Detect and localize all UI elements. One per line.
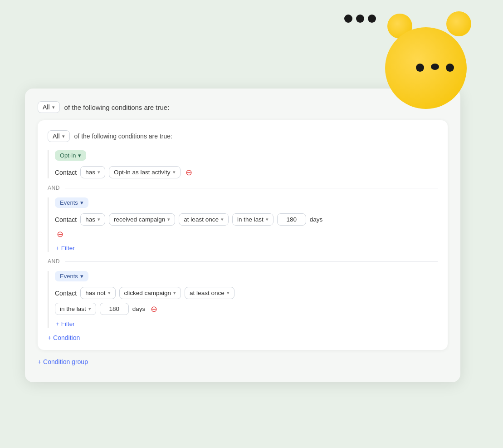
events-badge-label-2: Events <box>60 273 78 280</box>
days-unit-2: days <box>132 305 146 312</box>
dot-2 <box>356 15 364 23</box>
outer-all-dropdown[interactable]: All ▾ <box>38 101 60 113</box>
contact-label-2: Contact <box>55 216 77 223</box>
has-not-dropdown[interactable]: has not ▾ <box>80 287 115 299</box>
event-type-dropdown-2[interactable]: clicked campaign ▾ <box>119 287 181 299</box>
inner-all-label: All <box>53 133 60 140</box>
events-badge-chevron-2: ▾ <box>80 273 83 280</box>
events-badge-1[interactable]: Events ▾ <box>55 197 88 208</box>
and-label-1: AND <box>48 185 60 191</box>
events-badge-label-1: Events <box>60 199 78 206</box>
bear-eye-right <box>446 64 454 72</box>
inner-header-text: of the following conditions are true: <box>74 133 172 140</box>
bear-body <box>385 27 467 109</box>
filter-link-2[interactable]: + Filter <box>56 320 75 327</box>
inner-header: All ▾ of the following conditions are tr… <box>48 130 438 142</box>
frequency-chevron-1: ▾ <box>221 217 224 222</box>
bear-mascot <box>376 9 476 109</box>
period-chevron-2: ▾ <box>88 306 91 312</box>
has-dropdown-2[interactable]: has ▾ <box>80 213 105 226</box>
activity-chevron-1: ▾ <box>173 169 176 175</box>
bear-ear-right <box>446 11 471 36</box>
and-line-1 <box>65 188 438 188</box>
condition-row-3: Contact has not ▾ clicked campaign ▾ at … <box>55 287 438 299</box>
event-type-chevron-2: ▾ <box>173 290 176 296</box>
condition-row-1: Contact has ▾ Opt-in as last activity ▾ … <box>55 166 438 178</box>
bear-eye-left <box>416 64 424 72</box>
condition-group-2: Events ▾ Contact has ▾ received campaign… <box>48 197 438 252</box>
has-dropdown-1[interactable]: has ▾ <box>80 166 105 178</box>
dot-3 <box>368 15 376 23</box>
optin-badge[interactable]: Opt-in ▾ <box>55 150 86 161</box>
outer-chevron-icon: ▾ <box>52 104 55 110</box>
bear-face <box>408 59 462 95</box>
and-label-2: AND <box>48 258 60 265</box>
add-condition-group-button[interactable]: + Condition group <box>38 358 88 365</box>
and-divider-2: AND <box>48 258 438 265</box>
remove-condition-2[interactable]: ⊖ <box>55 229 65 239</box>
contact-label-3: Contact <box>55 290 77 297</box>
event-type-chevron-1: ▾ <box>167 217 170 222</box>
has-not-chevron: ▾ <box>108 290 111 296</box>
events-badge-2[interactable]: Events ▾ <box>55 271 88 281</box>
events-badge-chevron-1: ▾ <box>80 199 83 206</box>
remove-condition-1[interactable]: ⊖ <box>184 167 194 177</box>
inner-chevron-icon: ▾ <box>62 133 65 139</box>
and-divider-1: AND <box>48 185 438 191</box>
dots-decoration <box>344 15 376 23</box>
inner-card: All ▾ of the following conditions are tr… <box>38 120 448 350</box>
and-line-2 <box>65 261 438 262</box>
period-chevron-1: ▾ <box>266 217 269 222</box>
days-input-2[interactable] <box>100 303 129 315</box>
frequency-dropdown-1[interactable]: at least once ▾ <box>179 213 229 226</box>
condition-row-2: Contact has ▾ received campaign ▾ at lea… <box>55 213 438 226</box>
condition-row-3b: in the last ▾ days ⊖ <box>55 303 438 315</box>
has-chevron-1: ▾ <box>98 169 100 175</box>
bear-nose <box>431 64 439 70</box>
period-dropdown-1[interactable]: in the last ▾ <box>232 213 273 226</box>
days-input-1[interactable] <box>277 213 306 226</box>
activity-dropdown-1[interactable]: Opt-in as last activity ▾ <box>109 166 181 178</box>
inner-all-dropdown[interactable]: All ▾ <box>48 130 70 142</box>
optin-badge-label: Opt-in <box>60 152 76 159</box>
period-dropdown-2[interactable]: in the last ▾ <box>55 303 96 315</box>
remove-condition-3[interactable]: ⊖ <box>149 304 159 314</box>
contact-label-1: Contact <box>55 169 77 176</box>
has-chevron-2: ▾ <box>98 217 100 222</box>
frequency-chevron-2: ▾ <box>227 290 230 296</box>
frequency-dropdown-2[interactable]: at least once ▾ <box>185 287 234 299</box>
condition-group-3: Events ▾ Contact has not ▾ clicked campa… <box>48 271 438 328</box>
filter-link-1[interactable]: + Filter <box>56 245 75 251</box>
dot-1 <box>344 15 352 23</box>
remove-row-1: ⊖ <box>55 229 438 239</box>
optin-badge-chevron: ▾ <box>78 152 81 159</box>
event-type-dropdown-1[interactable]: received campaign ▾ <box>109 213 175 226</box>
outer-header-text: of the following conditions are true: <box>64 103 170 111</box>
outer-card: All ▾ of the following conditions are tr… <box>25 89 460 382</box>
condition-group-1: Opt-in ▾ Contact has ▾ Opt-in as last ac… <box>48 150 438 178</box>
days-unit-1: days <box>310 216 323 223</box>
add-condition-link[interactable]: + Condition <box>48 334 80 341</box>
outer-all-label: All <box>43 103 50 111</box>
